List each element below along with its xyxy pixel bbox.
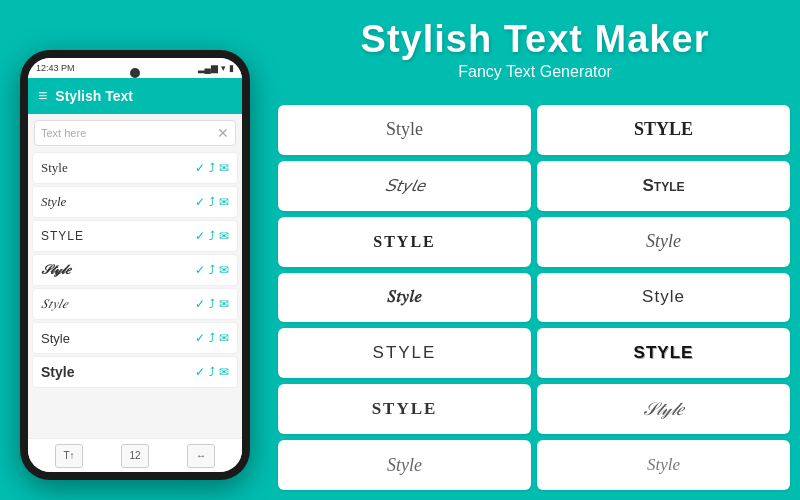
- style-text: Style: [646, 231, 681, 252]
- header-section: Stylish Text Maker Fancy Text Generator: [290, 18, 780, 81]
- style-text: STYLE: [634, 343, 694, 363]
- list-item-text: Style: [41, 331, 70, 346]
- search-placeholder: Text here: [41, 127, 86, 139]
- grid-item[interactable]: Style: [278, 105, 531, 155]
- grid-item[interactable]: Style: [537, 273, 790, 323]
- style-list: Style ✓ ⤴ ✉ Style ✓ ⤴ ✉ STYL: [28, 152, 242, 438]
- list-item-text: 𝒮𝓉𝓎𝓁𝑒: [41, 262, 71, 278]
- share-icon[interactable]: ⤴: [209, 263, 215, 277]
- list-item[interactable]: Style ✓ ⤴ ✉: [32, 356, 238, 388]
- style-text: Style: [642, 176, 684, 196]
- phone-mockup: 12:43 PM ▂▄▆ ▾ ▮ ≡ Stylish Text Text her…: [20, 50, 250, 480]
- grid-item[interactable]: STYLE: [537, 328, 790, 378]
- copy-icon[interactable]: ✓: [195, 331, 205, 345]
- phone-frame: 12:43 PM ▂▄▆ ▾ ▮ ≡ Stylish Text Text her…: [20, 50, 250, 480]
- copy-icon[interactable]: ✓: [195, 229, 205, 243]
- expand-button[interactable]: ↔: [187, 444, 215, 468]
- share-icon[interactable]: ⤴: [209, 297, 215, 311]
- app-bar: ≡ Stylish Text: [28, 78, 242, 114]
- grid-item[interactable]: Style: [537, 440, 790, 490]
- grid-item[interactable]: STYLE: [278, 217, 531, 267]
- clear-icon[interactable]: ✕: [217, 125, 229, 141]
- grid-item[interactable]: Style: [537, 217, 790, 267]
- app-subtitle: Fancy Text Generator: [290, 63, 780, 81]
- list-item[interactable]: Style ✓ ⤴ ✉: [32, 186, 238, 218]
- number-button[interactable]: 12: [121, 444, 149, 468]
- status-time: 12:43 PM: [36, 63, 75, 73]
- list-item[interactable]: Style ✓ ⤴ ✉: [32, 322, 238, 354]
- list-item[interactable]: 𝑆𝑡𝑦𝑙𝑒 ✓ ⤴ ✉: [32, 288, 238, 320]
- fav-icon[interactable]: ✉: [219, 195, 229, 209]
- battery-icon: ▮: [229, 63, 234, 73]
- copy-icon[interactable]: ✓: [195, 263, 205, 277]
- app-title: Stylish Text Maker: [290, 18, 780, 61]
- list-item-actions: ✓ ⤴ ✉: [195, 365, 229, 379]
- share-icon[interactable]: ⤴: [209, 331, 215, 345]
- list-item-text: STYLE: [41, 229, 84, 243]
- status-icons: ▂▄▆ ▾ ▮: [198, 63, 234, 73]
- hamburger-icon[interactable]: ≡: [38, 87, 47, 105]
- fav-icon[interactable]: ✉: [219, 229, 229, 243]
- font-size-button[interactable]: T↑: [55, 444, 83, 468]
- copy-icon[interactable]: ✓: [195, 195, 205, 209]
- style-text: STYLE: [372, 399, 438, 419]
- copy-icon[interactable]: ✓: [195, 297, 205, 311]
- share-icon[interactable]: ⤴: [209, 195, 215, 209]
- list-item-actions: ✓ ⤴ ✉: [195, 297, 229, 311]
- grid-item[interactable]: 𝘚𝘵𝘺𝘭𝘦: [278, 161, 531, 211]
- fav-icon[interactable]: ✉: [219, 365, 229, 379]
- bottom-toolbar: T↑ 12 ↔: [28, 438, 242, 472]
- grid-item[interactable]: Style: [537, 161, 790, 211]
- fav-icon[interactable]: ✉: [219, 161, 229, 175]
- list-item[interactable]: 𝒮𝓉𝓎𝓁𝑒 ✓ ⤴ ✉: [32, 254, 238, 286]
- style-text: STYLE: [634, 119, 693, 140]
- share-icon[interactable]: ⤴: [209, 161, 215, 175]
- grid-item[interactable]: STYLE: [278, 328, 531, 378]
- wifi-icon: ▾: [221, 63, 226, 73]
- style-text: 𝑆𝑡𝑦𝑙𝑒: [387, 287, 422, 307]
- grid-item[interactable]: STYLE: [537, 105, 790, 155]
- app-bar-title: Stylish Text: [55, 88, 133, 104]
- style-text: 𝘚𝘵𝘺𝘭𝘦: [385, 175, 425, 196]
- list-item-text: Style: [41, 364, 74, 380]
- list-item-text: Style: [41, 194, 66, 210]
- style-text: Style: [642, 287, 685, 307]
- list-item[interactable]: Style ✓ ⤴ ✉: [32, 152, 238, 184]
- list-item-actions: ✓ ⤴ ✉: [195, 161, 229, 175]
- copy-icon[interactable]: ✓: [195, 161, 205, 175]
- list-item-actions: ✓ ⤴ ✉: [195, 195, 229, 209]
- search-bar[interactable]: Text here ✕: [34, 120, 236, 146]
- grid-item[interactable]: STYLE: [278, 384, 531, 434]
- style-text: Style: [647, 455, 680, 475]
- style-text: Style: [386, 119, 423, 140]
- grid-item[interactable]: 𝑆𝑡𝑦𝑙𝑒: [278, 273, 531, 323]
- style-text: STYLE: [373, 343, 437, 363]
- grid-item[interactable]: Style: [278, 440, 531, 490]
- style-text: 𝒮𝓉𝓎𝓁𝑒: [643, 399, 684, 420]
- signal-icon: ▂▄▆: [198, 63, 218, 73]
- list-item[interactable]: STYLE ✓ ⤴ ✉: [32, 220, 238, 252]
- phone-camera: [130, 68, 140, 78]
- list-item-text: Style: [41, 160, 68, 176]
- style-grid: Style STYLE 𝘚𝘵𝘺𝘭𝘦 Style STYLE Style 𝑆𝑡𝑦𝑙…: [278, 105, 790, 490]
- fav-icon[interactable]: ✉: [219, 331, 229, 345]
- list-item-text: 𝑆𝑡𝑦𝑙𝑒: [41, 296, 68, 312]
- list-item-actions: ✓ ⤴ ✉: [195, 263, 229, 277]
- fav-icon[interactable]: ✉: [219, 297, 229, 311]
- list-item-actions: ✓ ⤴ ✉: [195, 229, 229, 243]
- list-item-actions: ✓ ⤴ ✉: [195, 331, 229, 345]
- fav-icon[interactable]: ✉: [219, 263, 229, 277]
- phone-screen: 12:43 PM ▂▄▆ ▾ ▮ ≡ Stylish Text Text her…: [28, 58, 242, 472]
- share-icon[interactable]: ⤴: [209, 229, 215, 243]
- grid-item[interactable]: 𝒮𝓉𝓎𝓁𝑒: [537, 384, 790, 434]
- style-text: STYLE: [373, 233, 435, 251]
- share-icon[interactable]: ⤴: [209, 365, 215, 379]
- style-text: Style: [387, 455, 422, 476]
- copy-icon[interactable]: ✓: [195, 365, 205, 379]
